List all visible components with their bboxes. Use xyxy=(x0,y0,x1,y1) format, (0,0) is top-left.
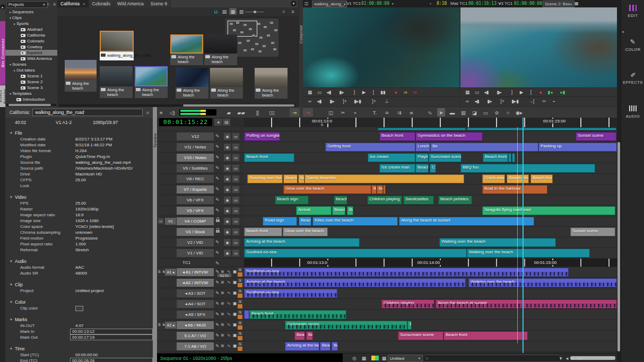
timeline-clip[interactable]: Be xyxy=(306,331,313,340)
track-name-button[interactable]: ◂ A4 / SOT xyxy=(177,300,214,308)
timeline-clip[interactable]: Beach pebbles xyxy=(438,196,472,205)
monitor-button[interactable]: ◉ xyxy=(224,207,231,214)
record-enable-button[interactable]: ▭ xyxy=(232,218,239,225)
filmstrip-view-button[interactable]: ▥ xyxy=(459,108,467,117)
timeline-clip[interactable] xyxy=(508,153,511,162)
solo-button[interactable]: S xyxy=(238,289,242,293)
sidebar-item-colorado[interactable]: Colorado xyxy=(5,38,57,44)
timeline-clip[interactable]: Kites over the beach xyxy=(312,217,398,226)
track-lane[interactable]: Arriving at the beachWalking over the be… xyxy=(244,278,617,288)
page-fwd-button[interactable]: ▸ xyxy=(570,355,575,361)
timeline-clip[interactable]: Gymnastic music xyxy=(285,321,407,330)
mute-button[interactable] xyxy=(238,336,242,340)
add-edit-button[interactable]: ]+ xyxy=(370,98,378,105)
track-lane[interactable]: Arriving at the beBeacBe xyxy=(244,341,617,351)
mute-button[interactable] xyxy=(238,283,242,287)
record-enable-button[interactable]: ▭ xyxy=(232,239,239,246)
sidebar-item-introduction[interactable]: Introduction xyxy=(5,96,57,102)
track-lane[interactable]: Glow over the beachBBeBoat in the harbou… xyxy=(244,184,617,195)
source-monitor[interactable] xyxy=(303,7,459,87)
go-to-in-button[interactable]: ▮◂ xyxy=(546,89,554,96)
mute-button[interactable] xyxy=(238,325,242,330)
dual-roller-button[interactable]: ▯▯ xyxy=(268,108,276,117)
track-lane[interactable]: Children playingAlong the beach at sunse… xyxy=(244,299,617,309)
match-frame-button[interactable]: ◫ xyxy=(327,108,335,117)
timeline-clip[interactable]: Crash wave xyxy=(482,174,505,183)
pencil-icon[interactable]: ✎ xyxy=(215,250,220,255)
play-in-to-out-button[interactable]: ▮▸▮ xyxy=(354,98,361,105)
solo-button[interactable]: S xyxy=(238,331,242,335)
timeline-clip[interactable]: Beach xyxy=(334,196,347,205)
mute-button[interactable] xyxy=(238,315,242,319)
record-indicator-button[interactable]: ● xyxy=(392,89,399,96)
timeline-clip[interactable]: Sandcastles xyxy=(403,196,434,205)
record-enable-button[interactable]: ▭ xyxy=(232,207,239,214)
mute-button[interactable] xyxy=(238,347,242,351)
cut-button[interactable]: ✂ xyxy=(541,98,548,105)
waveform-icon[interactable]: ≋ xyxy=(221,322,224,327)
record-enable-button[interactable]: ▭ xyxy=(232,197,239,204)
timeline-clip[interactable]: Beach front xyxy=(379,132,415,141)
timeline-clip[interactable]: Beach front xyxy=(244,227,282,236)
sidebar-item-equinox[interactable]: Equinox xyxy=(5,50,57,56)
mute-button[interactable] xyxy=(238,304,242,308)
chevron-right-icon[interactable]: ▸ xyxy=(13,22,16,25)
timeline-clip[interactable]: Beach front xyxy=(530,174,553,183)
track-lane[interactable]: Gymnastic musicB xyxy=(244,320,617,330)
timeline-clip[interactable]: Southend-on-sea xyxy=(244,268,569,277)
go-to-previous-event-button[interactable]: ◂▮ xyxy=(325,89,333,96)
track-lane[interactable]: Beach signBeachChildren playingSandcastl… xyxy=(244,195,617,205)
bin-search-icon[interactable]: ○ xyxy=(280,8,288,15)
patch-chip[interactable]: A2 ◂ xyxy=(165,322,176,329)
go-to-out-button[interactable]: ▸▮ xyxy=(559,89,567,96)
source-track-label[interactable]: V1 TC1 xyxy=(346,1,361,6)
step-backward-button[interactable]: ◂▮ xyxy=(473,98,481,105)
sidebar-item-scenes[interactable]: ▾Scenes xyxy=(5,61,57,67)
solo-button[interactable]: S xyxy=(238,342,242,346)
track-name-button[interactable]: V12 xyxy=(177,133,214,140)
menu-icon[interactable]: ≡ xyxy=(53,2,56,7)
master-timecode[interactable]: 00:01:16:13 ▼ xyxy=(468,1,501,6)
track-name-button[interactable]: V9 / Subtitles xyxy=(177,164,214,172)
timeline-clip[interactable]: Arriving at the beach xyxy=(244,278,466,287)
timeline-clip[interactable]: Running over the s xyxy=(247,174,283,183)
pencil-icon[interactable]: ✎ xyxy=(215,197,220,202)
chevron-down-icon[interactable]: ▼ xyxy=(10,301,15,304)
monitor-icon[interactable]: ▣ xyxy=(233,343,237,348)
timeline-clip[interactable]: Arriving at the beach xyxy=(244,238,360,247)
tab-timeline[interactable]: Timeline xyxy=(153,107,157,362)
solo-button[interactable]: S xyxy=(238,299,242,304)
waveform-icon[interactable]: ≋ xyxy=(221,290,224,295)
page-back-button[interactable]: ◂ xyxy=(564,355,570,361)
monitor-icon[interactable]: ▣ xyxy=(233,269,237,274)
eq-icon[interactable]: ∿ xyxy=(227,333,231,338)
timeline-clip[interactable]: Beach front xyxy=(483,153,508,162)
eq-icon[interactable]: ∿ xyxy=(227,280,231,285)
sidebar-item-scene-1[interactable]: Scene 1 xyxy=(5,73,57,79)
track-name-button[interactable]: V2 / VID xyxy=(177,239,214,246)
property-input[interactable]: 00:00:26:26 xyxy=(70,358,153,362)
monitor-button[interactable]: ◉ xyxy=(224,239,231,246)
bin-clip-item[interactable]: Along the beach xyxy=(204,34,237,65)
timeline-clip[interactable]: BBQ fun xyxy=(460,164,595,173)
playhead[interactable] xyxy=(523,118,524,353)
track-name-button[interactable]: 7.1 A8 / VO xyxy=(177,342,214,350)
source-track-box[interactable]: ▭ xyxy=(158,218,163,224)
view-menu-button[interactable]: ▾ xyxy=(558,355,563,361)
track-list-button[interactable]: ▤ xyxy=(223,119,230,126)
timeline-clip[interactable]: Beach xyxy=(332,206,345,215)
bin-tab-overflow-button[interactable]: ▼ xyxy=(291,1,297,6)
monitor-button[interactable]: ◉ xyxy=(224,154,231,161)
track-lane[interactable]: Putting on sunglasBeach frontGymnastics … xyxy=(244,131,617,142)
sidebar-item-wild-america[interactable]: Wild America xyxy=(5,56,57,61)
splice-in-button[interactable]: ⇒ xyxy=(402,89,409,96)
track-lane[interactable]: Beach frontIce creamPlayingSuncream scen… xyxy=(244,153,617,163)
mark-clip-button[interactable]: ⊥ xyxy=(383,98,390,105)
go-to-next-event-button[interactable]: ▮▸ xyxy=(338,89,345,96)
disable-effect-button[interactable]: ⊘ xyxy=(493,108,501,117)
monitor-icon[interactable]: ▣ xyxy=(233,301,237,306)
monitor-icon[interactable]: ▣ xyxy=(233,312,237,316)
source-timecode[interactable]: 01:00:00:00 ▼ xyxy=(361,1,394,6)
record-enable-button[interactable]: ▭ xyxy=(232,154,239,161)
sidebar-item-sports[interactable]: ▸Sports xyxy=(5,21,57,27)
